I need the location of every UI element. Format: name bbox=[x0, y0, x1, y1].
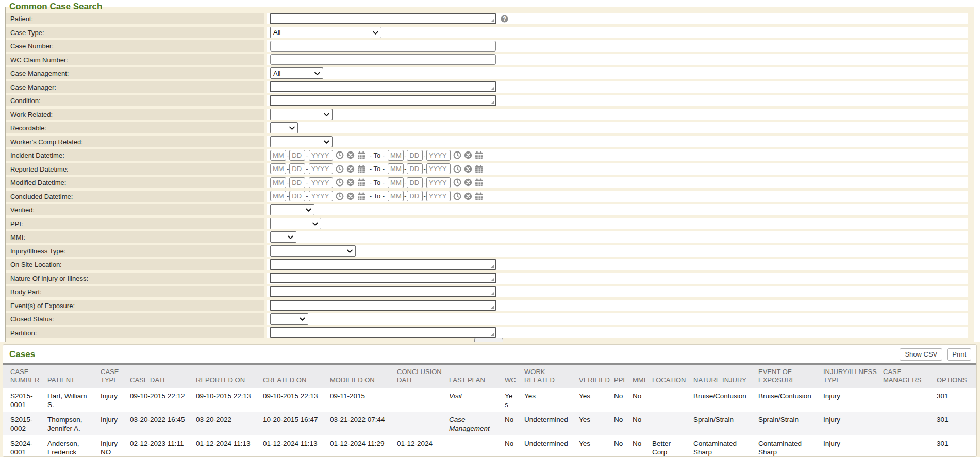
show-csv-button[interactable]: Show CSV bbox=[900, 348, 942, 361]
print-button[interactable]: Print bbox=[947, 348, 971, 361]
column-header-nature-injury[interactable]: NATURE INJURY bbox=[689, 365, 754, 388]
modified-datetime-to-mm-input[interactable] bbox=[388, 177, 404, 188]
column-header-created-on[interactable]: CREATED ON bbox=[259, 365, 326, 388]
condition-textarea[interactable] bbox=[270, 95, 496, 106]
help-icon[interactable]: ? bbox=[501, 15, 508, 23]
calendar-icon[interactable] bbox=[357, 165, 366, 173]
column-header-wc[interactable]: WC bbox=[501, 365, 520, 388]
clear-icon[interactable] bbox=[464, 192, 472, 200]
verified-select[interactable] bbox=[270, 204, 314, 215]
calendar-icon[interactable] bbox=[475, 165, 483, 173]
column-header-injury-illness-type[interactable]: INJURY/ILLNESS TYPE bbox=[819, 365, 879, 388]
column-header-last-plan[interactable]: LAST PLAN bbox=[445, 365, 501, 388]
modified-datetime-from-yyyy-input[interactable] bbox=[309, 177, 333, 188]
incident-datetime-from-dd-input[interactable] bbox=[289, 150, 305, 161]
clock-icon[interactable] bbox=[336, 192, 344, 200]
case-row-s2024-0001[interactable]: S2024-0001Anderson, FrederickInjury NO02… bbox=[3, 435, 976, 457]
incident-datetime-from-mm-input[interactable] bbox=[270, 150, 286, 161]
modified-datetime-from-dd-input[interactable] bbox=[289, 177, 305, 188]
closed-status-control-cell bbox=[267, 313, 968, 325]
case-row-s2015-0002[interactable]: S2015-0002Thompson, Jennifer A.Injury03-… bbox=[3, 412, 976, 435]
clock-icon[interactable] bbox=[453, 151, 461, 159]
reported-datetime-to-dd-input[interactable] bbox=[407, 163, 423, 174]
modified-datetime-to-dd-input[interactable] bbox=[407, 177, 423, 188]
nature-of-injury-or-illness-textarea[interactable] bbox=[270, 273, 496, 283]
clear-icon[interactable] bbox=[464, 178, 472, 187]
injury-illness-type-select[interactable] bbox=[270, 245, 356, 257]
column-header-work-related[interactable]: WORK RELATED bbox=[520, 365, 575, 388]
body-part-textarea[interactable] bbox=[270, 286, 496, 297]
case-row-s2015-0001[interactable]: S2015-0001Hart, William S.Injury09-10-20… bbox=[3, 388, 976, 412]
events-of-exposure-textarea[interactable] bbox=[270, 300, 496, 311]
column-header-modified-on[interactable]: MODIFIED ON bbox=[326, 365, 393, 388]
ppi-select[interactable] bbox=[270, 218, 321, 229]
case-management-select[interactable]: All bbox=[270, 67, 323, 79]
case-manager-textarea[interactable] bbox=[270, 81, 496, 92]
column-header-case-date[interactable]: CASE DATE bbox=[126, 365, 192, 388]
calendar-icon[interactable] bbox=[475, 192, 483, 200]
case-management-control-cell: All bbox=[267, 67, 968, 79]
incident-datetime-to-dd-input[interactable] bbox=[407, 150, 423, 161]
calendar-icon[interactable] bbox=[475, 178, 483, 187]
column-header-case-managers[interactable]: CASE MANAGERS bbox=[879, 365, 933, 388]
column-header-patient[interactable]: PATIENT bbox=[43, 365, 96, 388]
chevron-down-icon bbox=[324, 140, 329, 144]
column-header-ppi[interactable]: PPI bbox=[610, 365, 628, 388]
concluded-datetime-from-mm-input[interactable] bbox=[270, 191, 286, 201]
work-related-select[interactable] bbox=[270, 109, 333, 120]
recordable-select[interactable] bbox=[270, 122, 298, 133]
wc-claim-number-control-cell bbox=[267, 54, 968, 65]
clear-icon[interactable] bbox=[346, 151, 355, 159]
clock-icon[interactable] bbox=[453, 165, 461, 173]
case-cell-case-type: Injury bbox=[96, 412, 126, 435]
case-type-select[interactable]: All bbox=[270, 27, 381, 38]
calendar-icon[interactable] bbox=[357, 151, 366, 159]
closed-status-select[interactable] bbox=[270, 313, 308, 325]
column-header-location[interactable]: LOCATION bbox=[648, 365, 689, 388]
partition-textarea[interactable] bbox=[270, 327, 496, 338]
column-header-mmi[interactable]: MMI bbox=[628, 365, 648, 388]
clock-icon[interactable] bbox=[453, 192, 461, 200]
calendar-icon[interactable] bbox=[357, 192, 366, 200]
mmi-select[interactable] bbox=[270, 231, 296, 243]
column-header-case-type[interactable]: CASE TYPE bbox=[96, 365, 126, 388]
concluded-datetime-to-mm-input[interactable] bbox=[388, 191, 404, 201]
clock-icon[interactable] bbox=[453, 178, 461, 187]
clear-icon[interactable] bbox=[464, 151, 472, 159]
patient-textarea[interactable] bbox=[270, 13, 496, 24]
concluded-datetime-from-yyyy-input[interactable] bbox=[309, 191, 333, 201]
clear-icon[interactable] bbox=[346, 165, 355, 173]
column-header-options[interactable]: OPTIONS bbox=[933, 365, 976, 388]
clear-icon[interactable] bbox=[346, 178, 355, 187]
concluded-datetime-from-dd-input[interactable] bbox=[289, 191, 305, 201]
incident-datetime-from-yyyy-input[interactable] bbox=[309, 150, 333, 161]
column-header-reported-on[interactable]: REPORTED ON bbox=[192, 365, 259, 388]
reported-datetime-to-yyyy-input[interactable] bbox=[426, 163, 451, 174]
reported-datetime-to-mm-input[interactable] bbox=[388, 163, 404, 174]
column-header-conclusion-date[interactable]: CONCLUSION DATE bbox=[393, 365, 445, 388]
reported-datetime-from-dd-input[interactable] bbox=[289, 163, 305, 174]
column-header-event-of-exposure[interactable]: EVENT OF EXPOSURE bbox=[754, 365, 819, 388]
calendar-icon[interactable] bbox=[357, 178, 366, 187]
reported-datetime-from-mm-input[interactable] bbox=[270, 163, 286, 174]
clear-icon[interactable] bbox=[346, 192, 355, 200]
incident-datetime-to-yyyy-input[interactable] bbox=[426, 150, 451, 161]
on-site-location-textarea[interactable] bbox=[270, 259, 496, 270]
clear-icon[interactable] bbox=[464, 165, 472, 173]
modified-datetime-to-yyyy-input[interactable] bbox=[426, 177, 451, 188]
case-manager-textarea-wrap bbox=[270, 81, 496, 92]
wc-claim-number-input[interactable] bbox=[270, 54, 496, 65]
workers-comp-related-select[interactable] bbox=[270, 136, 333, 147]
concluded-datetime-to-yyyy-input[interactable] bbox=[426, 191, 451, 201]
reported-datetime-from-yyyy-input[interactable] bbox=[309, 163, 333, 174]
clock-icon[interactable] bbox=[336, 151, 344, 159]
column-header-verified[interactable]: VERIFIED bbox=[575, 365, 610, 388]
column-header-case-number[interactable]: CASE NUMBER bbox=[3, 365, 43, 388]
clock-icon[interactable] bbox=[336, 178, 344, 187]
incident-datetime-to-mm-input[interactable] bbox=[388, 150, 404, 161]
calendar-icon[interactable] bbox=[475, 151, 483, 159]
case-number-input[interactable] bbox=[270, 41, 496, 52]
modified-datetime-from-mm-input[interactable] bbox=[270, 177, 286, 188]
concluded-datetime-to-dd-input[interactable] bbox=[407, 191, 423, 201]
clock-icon[interactable] bbox=[336, 165, 344, 173]
